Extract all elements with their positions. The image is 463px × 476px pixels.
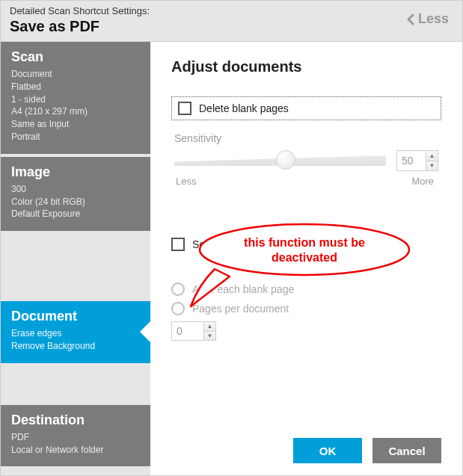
section-line: Default Exposure (11, 208, 140, 220)
delete-blank-pages-row[interactable]: Delete blank pages (171, 96, 441, 120)
after-blank-radio-row[interactable]: After each blank page (171, 282, 441, 296)
section-line: 1 - sided (11, 93, 140, 106)
separate-pages-row[interactable]: Separate pages into multiple documents (171, 236, 441, 253)
header-title: Detailed Scan Shortcut Settings: (10, 5, 453, 16)
section-line: PDF (11, 431, 140, 444)
separate-pages-label: Separate pages into multiple documents (192, 238, 379, 250)
pages-step-down[interactable]: ▼ (204, 332, 215, 341)
pages-per-doc-value: 0 (172, 322, 203, 340)
sensitivity-block: Sensitivity 50 ▲ ▼ Less (174, 132, 438, 187)
sidebar-section-image[interactable]: Image 300 Color (24 bit RGB) Default Exp… (1, 157, 150, 231)
main-title: Adjust documents (171, 58, 441, 75)
section-title: Document (11, 309, 140, 324)
main-panel: Adjust documents Delete blank pages Sens… (150, 42, 462, 475)
delete-blank-pages-label: Delete blank pages (199, 102, 289, 114)
header-shortcut-name: Save as PDF (10, 18, 453, 35)
pages-per-doc-stepper[interactable]: 0 ▲ ▼ (171, 321, 216, 341)
section-line: 300 (11, 183, 140, 196)
sensitivity-step-up[interactable]: ▲ (426, 151, 438, 161)
sensitivity-max-label: More (411, 176, 434, 187)
section-line: Same as Input (11, 118, 140, 131)
footer: OK Cancel (171, 429, 441, 463)
section-title: Destination (11, 412, 140, 428)
less-button-label: Less (418, 11, 449, 27)
section-line: Document (11, 68, 140, 81)
sensitivity-step-down[interactable]: ▼ (426, 161, 438, 171)
ok-button-label: OK (319, 445, 337, 457)
separate-pages-checkbox[interactable] (171, 238, 185, 251)
pages-per-doc-label: Pages per document (192, 303, 289, 315)
chevron-left-icon (406, 13, 415, 25)
less-button[interactable]: Less (406, 11, 449, 27)
section-line: Flatbed (11, 81, 140, 93)
section-line: A4 (210 x 297 mm) (11, 105, 140, 118)
sidebar: Scan Document Flatbed 1 - sided A4 (210 … (1, 42, 150, 475)
delete-blank-pages-checkbox[interactable] (178, 102, 191, 115)
sidebar-section-scan[interactable]: Scan Document Flatbed 1 - sided A4 (210 … (1, 42, 150, 154)
cancel-button[interactable]: Cancel (372, 438, 441, 463)
ok-button[interactable]: OK (293, 438, 362, 463)
after-blank-label: After each blank page (192, 283, 294, 295)
sidebar-section-destination[interactable]: Destination PDF Local or Network folder (1, 405, 150, 467)
sensitivity-slider[interactable] (174, 152, 386, 169)
section-line: Local or Network folder (11, 444, 140, 457)
sensitivity-label: Sensitivity (174, 132, 438, 144)
section-line: Color (24 bit RGB) (11, 196, 140, 208)
sensitivity-min-label: Less (176, 176, 196, 187)
section-line: Erase edges (11, 327, 140, 340)
sensitivity-value-box[interactable]: 50 ▲ ▼ (396, 150, 438, 171)
after-blank-radio[interactable] (171, 282, 185, 296)
pages-per-doc-radio[interactable] (171, 302, 185, 315)
section-line: Portrait (11, 131, 140, 143)
section-line: Remove Background (11, 340, 140, 353)
slider-thumb[interactable] (276, 150, 295, 170)
header: Detailed Scan Shortcut Settings: Save as… (1, 1, 462, 42)
sensitivity-value: 50 (397, 151, 426, 170)
pages-step-up[interactable]: ▲ (204, 322, 215, 332)
section-title: Scan (11, 49, 140, 65)
sidebar-section-document[interactable]: Document Erase edges Remove Background (1, 301, 150, 363)
pages-per-doc-radio-row[interactable]: Pages per document (171, 302, 441, 315)
cancel-button-label: Cancel (388, 445, 425, 457)
section-title: Image (11, 164, 140, 180)
